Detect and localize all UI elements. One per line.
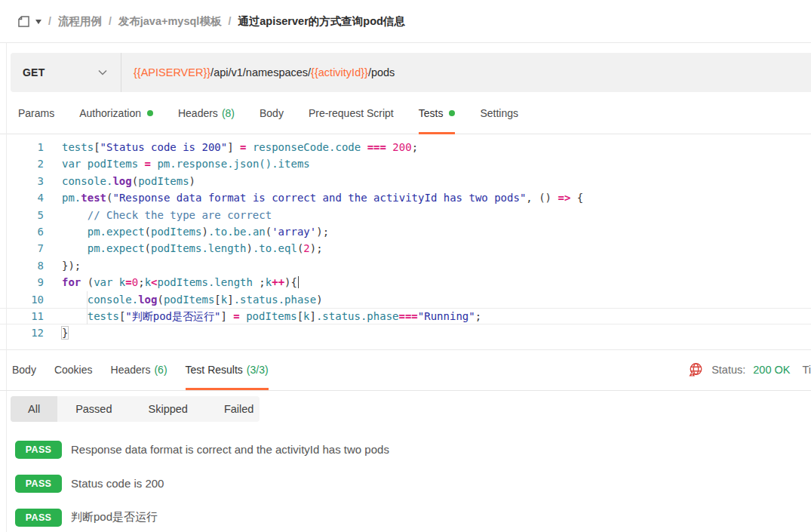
code-token: [: [94, 141, 100, 153]
tab-label: Tests: [419, 107, 444, 119]
test-result-row[interactable]: PASSResponse data format is correct and …: [15, 441, 811, 459]
url-path-segment: /pods: [368, 66, 395, 78]
tests-code-editor[interactable]: 1tests["Status code is 200"] = responseC…: [0, 134, 811, 350]
code-content: // Check the type are correct: [62, 207, 272, 223]
pass-badge: PASS: [15, 441, 62, 459]
code-token: [62, 242, 88, 254]
response-tab-test-results[interactable]: Test Results(3/3): [186, 350, 269, 390]
network-error-icon[interactable]: [688, 362, 704, 377]
code-token: 'array': [272, 226, 316, 238]
code-token: , (): [526, 192, 558, 204]
code-token: );: [316, 226, 329, 238]
url-variable: {{activityId}}: [311, 66, 368, 78]
url-input[interactable]: {{APISERVER}}/api/v1/namespaces/{{activi…: [121, 66, 811, 78]
tab-body[interactable]: Body: [260, 93, 284, 134]
code-token: tests: [88, 310, 119, 322]
line-number: 2: [0, 155, 44, 172]
code-token: podItems: [164, 294, 214, 306]
code-token: ): [201, 226, 207, 238]
test-result-row[interactable]: PASS判断pod是否运行: [15, 509, 811, 527]
code-line: 1tests["Status code is 200"] = responseC…: [0, 139, 811, 155]
code-line: 10 console.log(podItems[k].status.phase): [0, 291, 811, 308]
response-tab-body[interactable]: Body: [12, 350, 36, 390]
test-result-row[interactable]: PASSStatus code is 200: [15, 475, 811, 493]
code-content: tests["判断pod是否运行"] = podItems[k].status.…: [62, 308, 481, 324]
response-tabs: BodyCookiesHeaders(6)Test Results(3/3): [12, 350, 269, 390]
request-url-bar: GET {{APISERVER}}/api/v1/namespaces/{{ac…: [11, 53, 811, 92]
code-token: "Running": [418, 310, 475, 322]
time-label-truncated: Ti: [802, 364, 811, 376]
code-token: (: [157, 294, 163, 306]
green-dot-icon: [147, 110, 153, 116]
filter-all[interactable]: All: [11, 396, 57, 422]
code-token: pm.response.json().items: [151, 158, 310, 170]
code-token: k: [266, 276, 272, 288]
tab-label: Authorization: [79, 107, 141, 119]
code-content: for (var k=0;k<podItems.length ;k++){: [62, 274, 299, 291]
code-token: (: [145, 226, 151, 238]
code-token: ]: [310, 310, 316, 322]
filter-passed[interactable]: Passed: [57, 396, 130, 422]
filter-skipped[interactable]: Skipped: [131, 396, 206, 422]
code-token: ): [246, 242, 252, 254]
breadcrumb-separator: /: [228, 15, 231, 27]
code-content: });: [62, 257, 81, 274]
tab-pre-request-script[interactable]: Pre-request Script: [309, 93, 394, 134]
code-token: log: [138, 294, 157, 306]
url-path-segment: /api/v1/namespaces/: [210, 66, 311, 78]
code-content: pm.expect(podItems.length).to.eql(2);: [62, 240, 323, 257]
line-number: 7: [0, 240, 44, 257]
tab-settings[interactable]: Settings: [480, 93, 518, 134]
tab-label: Test Results: [186, 364, 243, 376]
test-result-label: 判断pod是否运行: [71, 510, 158, 524]
breadcrumb-item-collection[interactable]: 流程用例: [58, 14, 102, 29]
pass-badge: PASS: [15, 509, 62, 527]
code-token: log: [112, 175, 131, 187]
response-tab-cookies[interactable]: Cookies: [54, 350, 93, 390]
status-value: 200 OK: [753, 364, 790, 376]
code-token: [: [297, 310, 303, 322]
code-token: (: [145, 242, 151, 254]
code-token: 200: [386, 141, 412, 153]
code-token: console.: [88, 294, 138, 306]
code-token: }: [62, 327, 68, 339]
test-result-filter: AllPassedSkippedFailed: [11, 396, 260, 422]
response-tab-headers[interactable]: Headers(6): [111, 350, 167, 390]
code-line: 11 tests["判断pod是否运行"] = podItems[k].stat…: [0, 308, 811, 324]
code-token: 0: [132, 276, 138, 288]
tab-tests[interactable]: Tests: [419, 93, 456, 134]
saved-request-dropdown[interactable]: [17, 14, 41, 29]
code-token: ){: [284, 276, 297, 288]
code-token: =>: [558, 192, 570, 204]
code-line: 3console.log(podItems): [0, 173, 811, 189]
code-token: =: [125, 276, 131, 288]
breadcrumb-item-folder[interactable]: 发布java+mysql模板: [118, 14, 222, 29]
tab-headers[interactable]: Headers(8): [178, 93, 235, 134]
code-token: .status.phase: [234, 294, 317, 306]
tab-label: Cookies: [54, 364, 93, 376]
code-token: [: [214, 294, 220, 306]
code-token: tests: [62, 141, 94, 153]
code-token: var podItems: [62, 158, 145, 170]
code-token: podItems: [138, 175, 189, 187]
code-content: console.log(podItems): [62, 173, 195, 189]
method-selector[interactable]: GET: [11, 53, 121, 92]
test-result-label: Status code is 200: [71, 477, 164, 490]
indent-guide: [87, 291, 88, 308]
line-number: 9: [0, 274, 44, 291]
code-token: [62, 226, 88, 238]
tab-label: Settings: [480, 107, 518, 119]
code-token: ]: [227, 141, 240, 153]
code-token: pm.expect: [88, 242, 145, 254]
response-meta: Status: 200 OK Ti: [688, 350, 811, 390]
code-token: ++: [272, 276, 284, 288]
tab-label: Params: [18, 107, 54, 119]
code-token: ): [189, 175, 195, 187]
tab-count-badge: (3/3): [247, 364, 269, 376]
tab-authorization[interactable]: Authorization: [79, 93, 153, 134]
code-token: =: [145, 158, 151, 170]
filter-failed[interactable]: Failed: [206, 396, 260, 422]
tab-params[interactable]: Params: [18, 93, 54, 134]
test-result-label: Response data format is correct and the …: [71, 443, 389, 456]
code-token: k: [145, 276, 151, 288]
